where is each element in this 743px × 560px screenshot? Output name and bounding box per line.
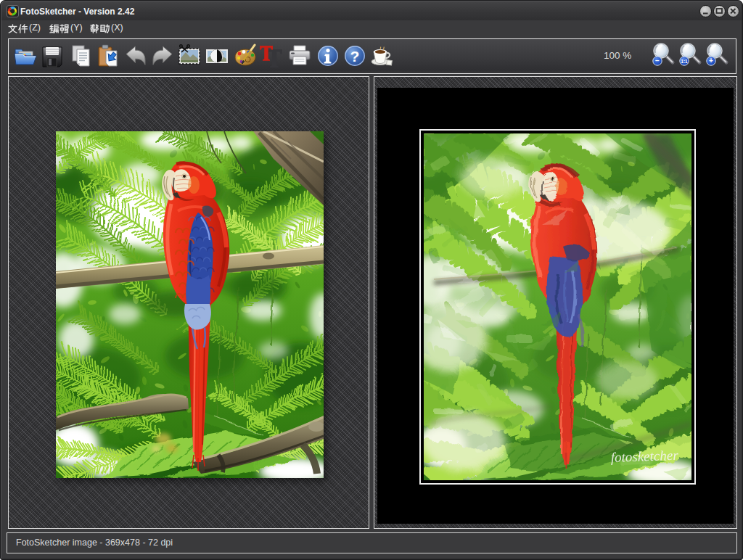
svg-text:1:1: 1:1 xyxy=(681,59,688,64)
svg-text:+: + xyxy=(709,57,713,65)
svg-text:−: − xyxy=(655,57,660,65)
